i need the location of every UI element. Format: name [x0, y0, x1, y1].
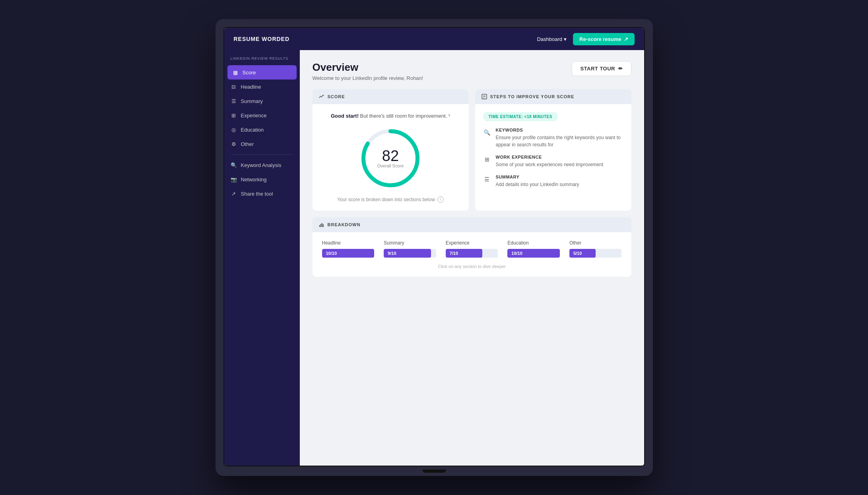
steps-card-body: TIME ESTIMATE: <18 MINUTES 🔍 KEYWORDS En…: [475, 104, 631, 202]
work-experience-desc: Some of your work experiences need impro…: [496, 161, 604, 168]
chart-icon: [319, 94, 324, 99]
score-circle: 82 Overall Score: [359, 126, 422, 190]
breakdown-education-label: Education: [507, 240, 560, 246]
breakdown-summary-fill: 9/10: [384, 249, 431, 258]
breakdown-experience-label: Experience: [446, 240, 498, 246]
breakdown-education[interactable]: Education 10/10: [507, 240, 560, 258]
breakdown-card: BREAKDOWN Headline 10/10: [313, 217, 631, 277]
start-tour-button[interactable]: START TOUR ✏: [572, 61, 631, 76]
share-icon: ↗: [231, 190, 237, 197]
work-experience-title: WORK EXPERIENCE: [496, 155, 604, 159]
steps-card-header: STEPS TO IMPROVE YOUR SCORE: [475, 89, 631, 104]
headline-icon: ⊟: [231, 83, 237, 90]
summary-step-title: SUMMARY: [496, 175, 579, 179]
sidebar-subtitle: LINKEDIN REVIEW RESULTS: [224, 56, 300, 65]
score-card-title: SCORE: [328, 94, 345, 99]
other-icon: ⚙: [231, 141, 237, 147]
page-subtitle: Welcome to your LinkedIn profile review,…: [313, 75, 423, 81]
svg-rect-7: [320, 224, 321, 227]
page-header-text: Overview Welcome to your LinkedIn profil…: [313, 61, 423, 81]
summary-icon: ☰: [231, 98, 237, 104]
steps-icon: [482, 94, 487, 99]
score-circle-container: 82 Overall Score: [320, 126, 461, 190]
sidebar-item-headline[interactable]: ⊟ Headline: [224, 80, 300, 94]
sidebar-divider: [231, 154, 293, 155]
top-nav-right: Dashboard ▾ Re-score resume ↗: [537, 33, 634, 45]
score-number: 82: [377, 148, 404, 163]
breakdown-headline-label: Headline: [322, 240, 375, 246]
sidebar-item-score[interactable]: ▦ Score: [227, 65, 297, 80]
time-badge: TIME ESTIMATE: <18 MINUTES: [483, 112, 558, 121]
sidebar-item-summary[interactable]: ☰ Summary: [224, 94, 300, 108]
score-intro-text: Good start! But there's still room for i…: [320, 112, 461, 120]
step-work-experience: ⊞ WORK EXPERIENCE Some of your work expe…: [483, 155, 623, 168]
info-icon: i: [437, 196, 444, 203]
brand-name: RESUME WORDED: [234, 36, 290, 42]
breakdown-other-label: Other: [569, 240, 622, 246]
breakdown-summary[interactable]: Summary 9/10: [384, 240, 436, 258]
sidebar-item-experience[interactable]: ⊞ Experience: [224, 108, 300, 122]
keywords-desc: Ensure your profile contains the right k…: [496, 134, 623, 148]
breakdown-other[interactable]: Other 5/10: [569, 240, 622, 258]
main-layout: LINKEDIN REVIEW RESULTS ▦ Score ⊟ Headli…: [224, 50, 644, 466]
work-experience-icon: ⊞: [483, 155, 491, 163]
dashboard-button[interactable]: Dashboard ▾: [537, 36, 567, 42]
networking-icon: 📷: [231, 176, 237, 182]
breakdown-headline-bar: 10/10: [322, 249, 375, 258]
keywords-title: KEYWORDS: [496, 128, 623, 132]
sidebar-item-other[interactable]: ⚙ Other: [224, 137, 300, 151]
breakdown-icon: [319, 222, 324, 227]
score-card: SCORE Good start! But there's still room…: [313, 89, 469, 211]
cards-row: SCORE Good start! But there's still room…: [313, 89, 631, 211]
keywords-icon: 🔍: [483, 128, 491, 136]
sidebar: LINKEDIN REVIEW RESULTS ▦ Score ⊟ Headli…: [224, 50, 300, 466]
breakdown-experience-bar: 7/10: [446, 249, 498, 258]
breakdown-experience-fill: 7/10: [446, 249, 482, 258]
step-keywords: 🔍 KEYWORDS Ensure your profile contains …: [483, 128, 623, 148]
keyword-icon: 🔍: [231, 162, 237, 168]
summary-step-icon: ☰: [483, 175, 491, 183]
score-label: 82 Overall Score: [377, 148, 404, 168]
score-card-header: SCORE: [313, 89, 469, 104]
breakdown-card-title: BREAKDOWN: [328, 222, 361, 227]
breakdown-other-fill: 5/10: [569, 249, 596, 258]
score-icon: ▦: [232, 69, 239, 76]
score-sub-label: Overall Score: [377, 163, 404, 168]
breakdown-card-header: BREAKDOWN: [313, 217, 631, 232]
score-footer-text: Your score is broken down into sections …: [320, 196, 461, 203]
score-card-body: Good start! But there's still room for i…: [313, 104, 469, 211]
breakdown-footer: Click on any section to dive deeper: [322, 264, 622, 269]
education-icon: ◎: [231, 126, 237, 133]
sidebar-item-education[interactable]: ◎ Education: [224, 122, 300, 137]
steps-card: STEPS TO IMPROVE YOUR SCORE TIME ESTIMAT…: [475, 89, 631, 211]
svg-rect-6: [319, 225, 320, 227]
breakdown-education-bar: 10/10: [507, 249, 560, 258]
main-content: Overview Welcome to your LinkedIn profil…: [300, 50, 644, 466]
page-title: Overview: [313, 61, 423, 74]
sidebar-item-share-the-tool[interactable]: ↗ Share the tool: [224, 186, 300, 201]
sidebar-item-networking[interactable]: 📷 Networking: [224, 172, 300, 186]
experience-icon: ⊞: [231, 112, 237, 118]
breakdown-grid: Headline 10/10 Summary: [322, 240, 622, 258]
breakdown-other-bar: 5/10: [569, 249, 622, 258]
page-header: Overview Welcome to your LinkedIn profil…: [313, 61, 631, 81]
breakdown-headline[interactable]: Headline 10/10: [322, 240, 375, 258]
steps-card-title: STEPS TO IMPROVE YOUR SCORE: [490, 94, 575, 99]
breakdown-education-fill: 10/10: [507, 249, 560, 258]
breakdown-body: Headline 10/10 Summary: [313, 232, 631, 277]
rescore-button[interactable]: Re-score resume ↗: [573, 33, 635, 45]
svg-rect-9: [323, 224, 324, 227]
breakdown-summary-bar: 9/10: [384, 249, 436, 258]
top-nav: RESUME WORDED Dashboard ▾ Re-score resum…: [224, 28, 644, 50]
breakdown-summary-label: Summary: [384, 240, 436, 246]
breakdown-experience[interactable]: Experience 7/10: [446, 240, 498, 258]
summary-step-desc: Add details into your LinkedIn summary: [496, 181, 579, 188]
sidebar-item-keyword-analysis[interactable]: 🔍 Keyword Analysis: [224, 158, 300, 172]
breakdown-headline-fill: 10/10: [322, 249, 375, 258]
svg-rect-8: [322, 223, 322, 227]
step-summary: ☰ SUMMARY Add details into your LinkedIn…: [483, 175, 623, 188]
